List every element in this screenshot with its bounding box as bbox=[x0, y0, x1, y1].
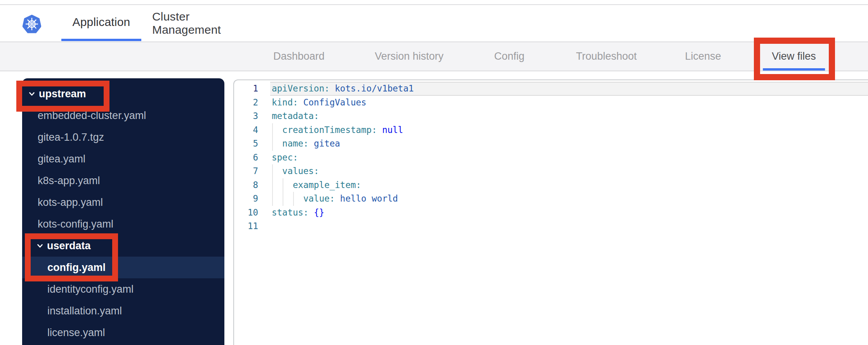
app-header: Application Cluster Management bbox=[0, 5, 868, 41]
tree-item-kots-config-yaml[interactable]: kots-config.yaml bbox=[22, 213, 224, 235]
code-line-1[interactable]: 1apiVersion: kots.io/v1beta1 bbox=[234, 82, 868, 96]
tab-application[interactable]: Application bbox=[61, 5, 141, 41]
line-number: 9 bbox=[234, 192, 258, 206]
tree-item-installation-yaml[interactable]: installation.yaml bbox=[22, 300, 224, 322]
line-number: 10 bbox=[234, 206, 258, 220]
line-number: 3 bbox=[234, 109, 258, 123]
code-text: creationTimestamp: null bbox=[272, 125, 403, 135]
code-text: name: gitea bbox=[272, 138, 340, 148]
line-number: 6 bbox=[234, 151, 258, 165]
line-number: 11 bbox=[234, 219, 258, 233]
file-tree: upstreamembedded-cluster.yamlgitea-1.0.7… bbox=[22, 78, 224, 345]
tree-item-label: gitea-1.0.7.tgz bbox=[38, 131, 104, 143]
app-subnav: Dashboard Version history Config Trouble… bbox=[0, 41, 868, 71]
code-text: status: {} bbox=[272, 207, 324, 217]
tab-cluster-management[interactable]: Cluster Management bbox=[152, 5, 257, 41]
active-tab-underline bbox=[763, 68, 825, 71]
line-number: 7 bbox=[234, 164, 258, 178]
tree-item-userdata[interactable]: userdata bbox=[22, 235, 224, 257]
tree-item-gitea-yaml[interactable]: gitea.yaml bbox=[22, 148, 224, 170]
tree-item-label: upstream bbox=[39, 88, 86, 100]
line-number: 4 bbox=[234, 123, 258, 137]
nav-tab-view-files[interactable]: View files bbox=[772, 42, 816, 71]
nav-tab-license[interactable]: License bbox=[685, 42, 721, 71]
nav-tab-dashboard[interactable]: Dashboard bbox=[273, 42, 325, 71]
tree-item-label: identityconfig.yaml bbox=[47, 283, 134, 295]
code-text: metadata: bbox=[272, 111, 319, 121]
code-text: value: hello world bbox=[272, 193, 398, 204]
kots-admin-console: Application Cluster Management Dashboard… bbox=[0, 0, 868, 345]
tree-item-license-yaml[interactable]: license.yaml bbox=[22, 322, 224, 343]
nav-tab-troubleshoot[interactable]: Troubleshoot bbox=[576, 42, 637, 71]
chevron-down-icon bbox=[36, 242, 44, 250]
tree-item-config-yaml[interactable]: config.yaml bbox=[22, 257, 224, 278]
code-line-11[interactable]: 11 bbox=[234, 219, 868, 233]
nav-tab-config[interactable]: Config bbox=[494, 42, 524, 71]
line-number: 1 bbox=[234, 82, 258, 96]
tree-item-embedded-cluster-yaml[interactable]: embedded-cluster.yaml bbox=[22, 105, 224, 126]
code-text: spec: bbox=[272, 152, 298, 162]
chevron-down-icon bbox=[28, 90, 36, 98]
code-line-9[interactable]: 9 value: hello world bbox=[234, 192, 868, 206]
tree-item-label: embedded-cluster.yaml bbox=[38, 110, 146, 122]
code-text: example_item: bbox=[272, 180, 361, 190]
tree-item-label: kots-config.yaml bbox=[38, 218, 113, 230]
code-line-5[interactable]: 5 name: gitea bbox=[234, 137, 868, 151]
tree-item-label: userdata bbox=[47, 240, 91, 252]
code-line-2[interactable]: 2kind: ConfigValues bbox=[234, 96, 868, 110]
code-editor[interactable]: 1apiVersion: kots.io/v1beta12kind: Confi… bbox=[233, 79, 868, 345]
code-line-7[interactable]: 7 values: bbox=[234, 164, 868, 178]
code-text: apiVersion: kots.io/v1beta1 bbox=[272, 83, 414, 93]
tree-item-label: license.yaml bbox=[47, 327, 105, 339]
tree-item-label: kots-app.yaml bbox=[38, 197, 103, 209]
tree-item-upstream[interactable]: upstream bbox=[22, 83, 224, 105]
nav-tab-version-history[interactable]: Version history bbox=[375, 42, 443, 71]
nav-tab-view-files-label: View files bbox=[772, 50, 816, 62]
code-text: values: bbox=[272, 166, 319, 176]
code-line-8[interactable]: 8 example_item: bbox=[234, 178, 868, 192]
tree-item-k8s-app-yaml[interactable]: k8s-app.yaml bbox=[22, 170, 224, 191]
line-number: 8 bbox=[234, 178, 258, 192]
code-line-6[interactable]: 6spec: bbox=[234, 151, 868, 165]
code-text: kind: ConfigValues bbox=[272, 97, 366, 107]
kubernetes-logo-icon bbox=[23, 15, 41, 33]
tree-item-label: config.yaml bbox=[47, 262, 106, 274]
tree-item-gitea-1-0-7-tgz[interactable]: gitea-1.0.7.tgz bbox=[22, 126, 224, 148]
line-number: 2 bbox=[234, 96, 258, 110]
tree-item-label: gitea.yaml bbox=[38, 153, 85, 165]
tree-item-label: installation.yaml bbox=[47, 305, 122, 317]
tree-item-label: k8s-app.yaml bbox=[38, 175, 100, 187]
line-number: 5 bbox=[234, 137, 258, 151]
code-line-3[interactable]: 3metadata: bbox=[234, 109, 868, 123]
tree-item-identityconfig-yaml[interactable]: identityconfig.yaml bbox=[22, 278, 224, 300]
code-line-10[interactable]: 10status: {} bbox=[234, 206, 868, 220]
code-line-4[interactable]: 4 creationTimestamp: null bbox=[234, 123, 868, 137]
tree-item-kots-app-yaml[interactable]: kots-app.yaml bbox=[22, 191, 224, 213]
